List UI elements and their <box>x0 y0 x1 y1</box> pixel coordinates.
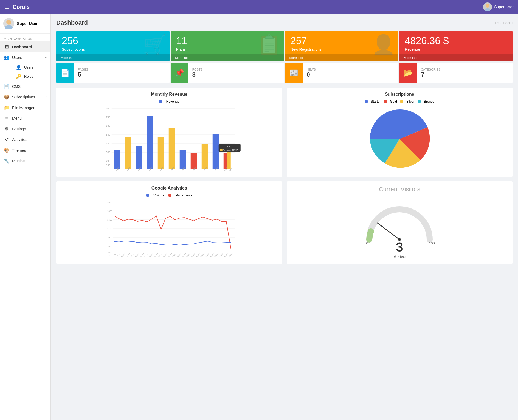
registrations-icon: 👤 <box>371 33 395 56</box>
svg-text:24 Nov: 24 Nov <box>158 253 163 257</box>
hamburger-icon[interactable]: ☰ <box>4 4 9 10</box>
svg-text:27 Nov: 27 Nov <box>172 253 177 257</box>
dashboard-icon: ⊞ <box>4 44 9 49</box>
svg-point-2 <box>6 20 11 25</box>
svg-line-88 <box>378 223 399 239</box>
arrow-icon: → <box>76 56 79 60</box>
sidebar-item-settings[interactable]: ⚙ Settings <box>0 123 50 134</box>
starter-label: Starter <box>371 100 381 103</box>
svg-text:300: 300 <box>106 151 110 154</box>
sidebar-section-label: MAIN NAVIGATION <box>0 34 50 41</box>
sidebar-user-name: Super User <box>17 21 38 26</box>
analytics-legend: Visitors PageViews <box>61 193 278 197</box>
sidebar-item-themes[interactable]: 🎨 Themes <box>0 145 50 156</box>
bar-chart: 800 700 600 500 400 300 200 100 0 <box>61 106 278 173</box>
folder-icon: 📁 <box>4 105 9 110</box>
info-card-pages: 📄 PAGES 5 <box>56 63 170 83</box>
svg-text:15 Nov: 15 Nov <box>116 253 121 257</box>
silver-dot <box>400 100 403 103</box>
chevron-down-icon: ▾ <box>45 56 47 60</box>
sidebar-user: Super User <box>0 14 50 34</box>
gauge-value: 3 <box>393 239 406 255</box>
current-visitors-card: Current Visitors 0 100 3 Active <box>287 181 513 264</box>
revenue-more-info[interactable]: More info → <box>399 54 513 61</box>
sidebar-item-plugins[interactable]: 🔧 Plugins <box>0 156 50 166</box>
sidebar-item-roles[interactable]: 🔑 Roles <box>12 72 50 81</box>
sidebar-item-subscriptions[interactable]: 📦 Subscriptions ‹ <box>0 92 50 102</box>
chevron-right-icon: ‹ <box>46 84 47 88</box>
posts-icon: 📌 <box>171 63 188 83</box>
line-chart-svg: 2000 1800 1600 1400 1000 800 400 200 14 … <box>61 199 278 257</box>
revenue-legend-dot <box>159 100 162 103</box>
svg-text:18 Nov: 18 Nov <box>130 253 135 257</box>
sidebar-label-file-manager: File Manager <box>12 106 35 110</box>
page-header: Dashboard Dashboard <box>56 19 513 26</box>
svg-text:500: 500 <box>106 133 110 136</box>
sidebar-label-dashboard: Dashboard <box>12 45 32 49</box>
svg-text:14 Dec: 14 Dec <box>228 253 233 257</box>
sidebar-item-menu[interactable]: ≡ Menu <box>0 113 50 123</box>
sidebar-label-cms: CMS <box>12 84 21 89</box>
stat-cards-row: 🛒 256 Subscriptions More info → 📋 11 Pla… <box>56 31 513 61</box>
monthly-revenue-chart: Monthly Revenue Revenue <box>56 88 282 177</box>
sidebar-item-cms[interactable]: 📄 CMS ‹ <box>0 81 50 92</box>
news-value: 0 <box>307 71 316 78</box>
svg-text:400: 400 <box>106 142 110 145</box>
sidebar-label-activities: Activities <box>12 137 27 142</box>
revenue-chart-title: Monthly Revenue <box>61 92 278 97</box>
svg-text:200: 200 <box>106 160 110 162</box>
sidebar-item-activities[interactable]: ↺ Activities <box>0 134 50 145</box>
svg-text:06 Dec: 06 Dec <box>214 253 219 257</box>
sidebar-item-users-sub[interactable]: 👤 Users <box>12 63 50 72</box>
sidebar-item-dashboard[interactable]: ⊞ Dashboard <box>0 41 50 52</box>
svg-rect-46 <box>220 149 223 151</box>
sidebar-item-file-manager[interactable]: 📁 File Manager <box>0 102 50 113</box>
svg-text:700: 700 <box>106 116 110 119</box>
svg-point-0 <box>486 4 489 8</box>
pages-label: PAGES <box>78 68 88 71</box>
sidebar-label-users: Users <box>12 55 22 60</box>
page-title: Dashboard <box>56 19 88 26</box>
svg-rect-29 <box>213 134 219 169</box>
posts-label: POSTS <box>192 68 202 71</box>
analytics-title: Google Analytics <box>61 186 278 191</box>
sidebar-label-menu: Menu <box>12 116 22 120</box>
sidebar: Super User MAIN NAVIGATION ⊞ Dashboard 👥… <box>0 14 51 420</box>
google-analytics-chart: Google Analytics Visitors PageViews <box>56 181 282 264</box>
cart-icon: 🛒 <box>143 33 167 56</box>
chevron-right-icon2: ‹ <box>46 95 47 99</box>
svg-text:2000: 2000 <box>107 201 112 204</box>
svg-rect-23 <box>147 116 153 169</box>
svg-text:14 Nov: 14 Nov <box>111 253 116 257</box>
stat-card-registrations: 👤 257 New Registrations More info → <box>285 31 398 61</box>
svg-rect-28 <box>202 144 208 169</box>
pie-chart-title: Subscriptions <box>291 92 508 97</box>
sidebar-item-users[interactable]: 👥 Users ▾ <box>0 52 50 63</box>
breadcrumb: Dashboard <box>495 21 513 25</box>
svg-text:12-2017: 12-2017 <box>226 145 234 148</box>
svg-text:03 Dec: 03 Dec <box>200 253 205 257</box>
pie-legend: Starter Gold Silver Bronze <box>291 100 508 103</box>
svg-text:22 Nov: 22 Nov <box>149 253 154 257</box>
stat-card-plans: 📋 11 Plans More info → <box>171 31 284 61</box>
svg-text:1000: 1000 <box>107 236 112 239</box>
pages-icon: 📄 <box>56 63 74 83</box>
gauge-active-label: Active <box>393 255 406 260</box>
svg-text:21 Nov: 21 Nov <box>144 253 149 257</box>
user-info: Super User <box>483 2 514 11</box>
gold-dot <box>384 100 387 103</box>
svg-text:1800: 1800 <box>107 210 112 212</box>
categories-icon: 📂 <box>399 63 417 83</box>
svg-text:800: 800 <box>108 245 112 247</box>
bottom-row: Google Analytics Visitors PageViews <box>56 181 513 264</box>
svg-rect-26 <box>180 150 186 169</box>
svg-rect-27 <box>191 153 197 169</box>
svg-text:100: 100 <box>429 241 435 245</box>
svg-text:20 Nov: 20 Nov <box>139 253 144 257</box>
info-cards-row: 📄 PAGES 5 📌 POSTS 3 📰 NEWS 0 <box>56 63 513 83</box>
users-icon: 👥 <box>4 55 9 60</box>
svg-text:02 Dec: 02 Dec <box>195 253 200 257</box>
sidebar-label-subscriptions: Subscriptions <box>12 95 35 99</box>
svg-text:23 Nov: 23 Nov <box>153 253 158 257</box>
user-icon: 👤 <box>16 65 21 70</box>
